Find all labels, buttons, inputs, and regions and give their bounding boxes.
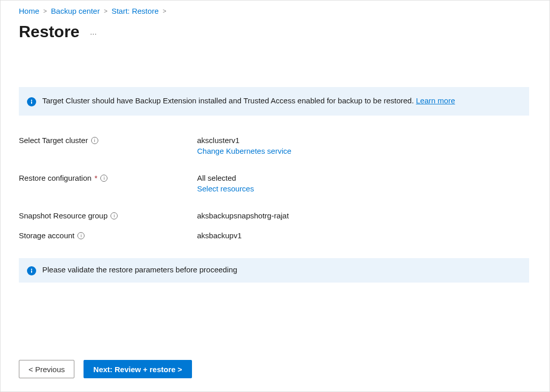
info-banner-validate: Please validate the restore parameters b… [19, 258, 529, 283]
form-region: Select Target cluster i aksclusterv1 Cha… [19, 136, 529, 240]
field-snapshot-resource-group: Snapshot Resource group i aksbackupsnaps… [19, 211, 529, 220]
breadcrumb-link-start-restore[interactable]: Start: Restore [112, 7, 159, 15]
page-title: Restore [19, 22, 79, 41]
info-tooltip-icon[interactable]: i [111, 212, 118, 219]
chevron-right-icon: > [104, 8, 107, 15]
snapshot-rg-value: aksbackupsnapshotrg-rajat [197, 211, 529, 220]
field-restore-configuration: Restore configuration * i All selected S… [19, 174, 529, 193]
chevron-right-icon: > [43, 8, 47, 15]
field-label: Snapshot Resource group i [19, 211, 197, 220]
info-text: Target Cluster should have Backup Extens… [42, 96, 455, 106]
info-icon [27, 97, 36, 106]
more-button[interactable]: … [90, 28, 98, 36]
required-indicator: * [95, 174, 98, 182]
select-resources-link[interactable]: Select resources [197, 184, 529, 193]
restore-config-value: All selected [197, 174, 529, 182]
title-row: Restore … [19, 22, 549, 41]
next-review-restore-button[interactable]: Next: Review + restore > [84, 360, 191, 378]
field-value: aksclusterv1 Change Kubernetes service [197, 136, 529, 155]
breadcrumb: Home > Backup center > Start: Restore > [19, 7, 549, 15]
breadcrumb-link-backup-center[interactable]: Backup center [51, 7, 100, 15]
label-text: Restore configuration [19, 174, 92, 182]
chevron-right-icon: > [162, 8, 166, 15]
previous-button[interactable]: < Previous [19, 360, 74, 378]
learn-more-link[interactable]: Learn more [416, 96, 455, 105]
svg-rect-1 [31, 101, 32, 104]
field-storage-account: Storage account i aksbackupv1 [19, 231, 529, 240]
target-cluster-value: aksclusterv1 [197, 136, 529, 145]
label-text: Select Target cluster [19, 136, 88, 145]
label-text: Snapshot Resource group [19, 211, 107, 220]
info-tooltip-icon[interactable]: i [91, 137, 98, 144]
info-icon [27, 266, 36, 275]
field-target-cluster: Select Target cluster i aksclusterv1 Cha… [19, 136, 529, 155]
svg-point-2 [31, 269, 32, 270]
info-banner-trusted-access: Target Cluster should have Backup Extens… [19, 87, 529, 116]
field-label: Storage account i [19, 231, 197, 240]
change-kubernetes-service-link[interactable]: Change Kubernetes service [197, 147, 529, 155]
svg-point-0 [31, 100, 32, 101]
label-text: Storage account [19, 231, 74, 240]
info-tooltip-icon[interactable]: i [77, 232, 85, 239]
info-message: Target Cluster should have Backup Extens… [42, 96, 416, 105]
info-tooltip-icon[interactable]: i [100, 175, 107, 182]
field-value: All selected Select resources [197, 174, 529, 193]
info-message: Please validate the restore parameters b… [42, 265, 237, 275]
breadcrumb-link-home[interactable]: Home [19, 7, 39, 15]
storage-account-value: aksbackupv1 [197, 231, 529, 240]
field-label: Restore configuration * i [19, 174, 197, 182]
footer-buttons: < Previous Next: Review + restore > [19, 360, 192, 378]
svg-rect-3 [31, 270, 32, 273]
field-label: Select Target cluster i [19, 136, 197, 145]
